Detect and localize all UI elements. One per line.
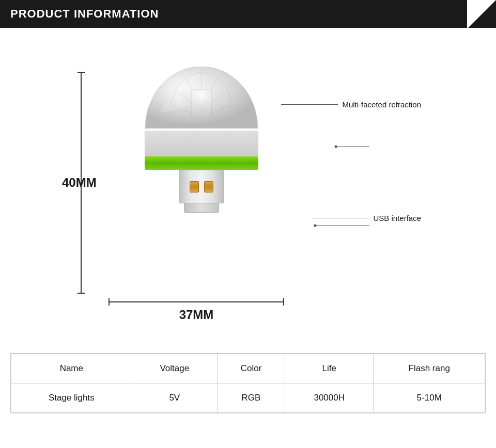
dome-body xyxy=(145,131,258,156)
page-header: PRODUCT INFORMATION xyxy=(0,0,496,28)
usb-label: USB interface xyxy=(373,214,421,222)
refraction-label: Multi-faceted refraction xyxy=(342,100,421,109)
spec-table: Name Voltage Color Life Flash rang Stage… xyxy=(11,354,485,413)
diagram-wrapper: 40MM xyxy=(67,46,429,335)
col-header-voltage: Voltage xyxy=(132,354,217,383)
product-image xyxy=(119,67,284,213)
col-header-flash: Flash rang xyxy=(374,354,485,383)
usb-plug-tip xyxy=(184,203,219,213)
cell-flash: 5-10M xyxy=(374,383,485,413)
width-label: 37MM xyxy=(179,308,214,322)
cell-life: 30000H xyxy=(285,383,374,413)
cell-name: Stage lights xyxy=(11,383,132,413)
col-header-life: Life xyxy=(285,354,374,383)
usb-contact-right xyxy=(204,181,213,193)
horizontal-dimension: 37MM xyxy=(109,298,284,322)
col-header-color: Color xyxy=(217,354,285,383)
annotation-usb: USB interface xyxy=(312,214,421,222)
height-label: 40MM xyxy=(62,175,97,190)
usb-body xyxy=(179,170,224,203)
annotation-refraction: Multi-faceted refraction xyxy=(281,100,421,109)
diagram-section: 40MM xyxy=(0,28,496,348)
page-title: PRODUCT INFORMATION xyxy=(10,7,159,21)
dome-svg xyxy=(145,67,258,129)
col-header-name: Name xyxy=(11,354,132,383)
table-header-row: Name Voltage Color Life Flash rang xyxy=(11,354,485,383)
svg-point-24 xyxy=(314,225,317,227)
table-row: Stage lights 5V RGB 30000H 5-10M xyxy=(11,383,485,413)
vertical-dimension: 40MM xyxy=(78,72,85,294)
cell-color: RGB xyxy=(217,383,285,413)
green-ring xyxy=(145,156,258,170)
spec-table-section: Name Voltage Color Life Flash rang Stage… xyxy=(10,353,486,413)
cell-voltage: 5V xyxy=(132,383,217,413)
usb-contact-left xyxy=(190,181,199,193)
svg-point-22 xyxy=(335,146,337,148)
